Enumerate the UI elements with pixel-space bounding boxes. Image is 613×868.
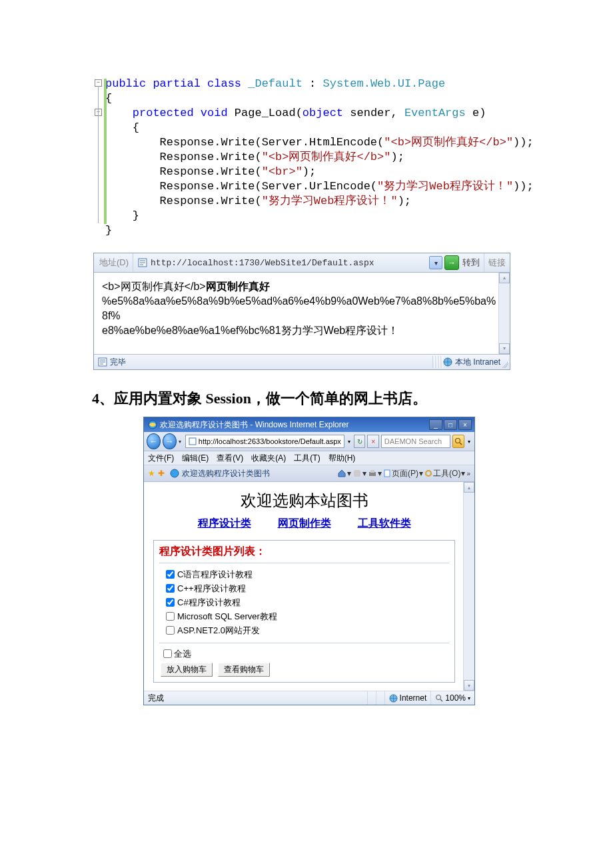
book-checkbox[interactable]: [166, 584, 175, 593]
code-line: }: [105, 223, 613, 238]
category-link-software[interactable]: 工具软件类: [358, 517, 411, 529]
code-outline-gutter: − −: [95, 77, 105, 238]
menu-view[interactable]: 查看(V): [213, 453, 247, 464]
book-checkbox[interactable]: [166, 612, 175, 621]
more-chevron[interactable]: »: [466, 470, 470, 477]
ie-icon: [148, 420, 157, 429]
print-button[interactable]: ▾: [368, 469, 382, 478]
scroll-down[interactable]: ▾: [464, 680, 474, 691]
category-link-webdesign[interactable]: 网页制作类: [278, 517, 331, 529]
category-nav: 程序设计类 网页制作类 工具软件类: [152, 517, 456, 531]
svg-point-14: [436, 695, 441, 700]
book-checkbox[interactable]: [166, 570, 175, 579]
url-field[interactable]: http://localhost:2633/bookstore/Default.…: [185, 435, 344, 448]
svg-rect-11: [384, 470, 390, 477]
ie6-browser-window: 地址(D) http://localhost:1730/WebSite1/Def…: [93, 253, 510, 370]
resize-grip[interactable]: [502, 361, 508, 368]
scrollbar[interactable]: ▴ ▾: [498, 273, 510, 354]
menu-favorites[interactable]: 收藏夹(A): [247, 453, 290, 464]
zone-label: 本地 Intranet: [455, 357, 500, 368]
back-button[interactable]: ←: [147, 433, 161, 449]
scroll-up[interactable]: ▴: [499, 273, 510, 283]
view-cart-button[interactable]: 查看购物车: [218, 663, 270, 677]
ie-page-icon: [170, 469, 179, 478]
select-all-row[interactable]: 全选: [159, 647, 449, 660]
svg-line-6: [460, 443, 462, 445]
svg-rect-8: [354, 470, 360, 477]
book-item[interactable]: C++程序设计教程: [163, 581, 449, 595]
svg-point-12: [426, 471, 431, 476]
forward-button[interactable]: →: [163, 433, 177, 449]
question-4-heading: 4、应用内置对象 Session，做一个简单的网上书店。: [92, 389, 613, 409]
scrollbar[interactable]: ▴ ▾: [463, 482, 474, 691]
code-line: Response.Write("<br>");: [105, 165, 613, 179]
stop-button[interactable]: ×: [367, 435, 378, 448]
book-checkbox[interactable]: [166, 626, 175, 635]
home-button[interactable]: ▾: [337, 469, 351, 478]
book-item[interactable]: Microsoft SQL Server教程: [163, 609, 449, 623]
panel-title: 程序设计类图片列表：: [159, 545, 449, 559]
add-favorite-icon[interactable]: ✚: [158, 469, 165, 478]
browser-tab[interactable]: 欢迎选购程序设计类图书: [170, 468, 337, 479]
scroll-down[interactable]: ▾: [499, 343, 510, 354]
page-menu[interactable]: 页面(P) ▾: [383, 468, 423, 479]
search-dropdown[interactable]: ▾: [466, 439, 472, 445]
ie6-status-bar: 完毕 本地 Intranet: [94, 355, 510, 369]
favorites-center-icon[interactable]: ★: [148, 469, 155, 478]
book-item[interactable]: C#程序设计教程: [163, 595, 449, 609]
output-urlencoded: e8%ae%be%e8%ae%a1%ef%bc%81努力学习Web程序设计！: [102, 325, 398, 336]
status-text: 完毕: [110, 357, 126, 368]
go-label: 转到: [461, 253, 484, 272]
ie7-status-bar: 完成 Internet 100% ▾: [144, 691, 474, 705]
menu-edit[interactable]: 编辑(E): [178, 453, 213, 464]
ie-page-icon: [137, 257, 148, 268]
window-title: 欢迎选购程序设计类图书 - Windows Internet Explorer: [160, 419, 428, 431]
links-label[interactable]: 链接: [484, 253, 510, 272]
output-escaped-html: <b>网页制作真好</b>: [102, 281, 206, 292]
url-dropdown[interactable]: ▾: [429, 256, 442, 269]
add-to-cart-button[interactable]: 放入购物车: [161, 663, 213, 677]
book-item[interactable]: ASP.NET2.0网站开发: [163, 623, 449, 637]
ie-page-icon: [98, 357, 107, 367]
menu-help[interactable]: 帮助(H): [324, 453, 360, 464]
minimize-button[interactable]: _: [429, 419, 442, 430]
url-dropdown[interactable]: ▾: [346, 439, 352, 445]
book-item[interactable]: C语言程序设计教程: [163, 567, 449, 581]
svg-point-5: [456, 439, 460, 443]
feeds-button[interactable]: ▾: [352, 469, 366, 478]
ie-page-icon: [189, 437, 197, 445]
code-line: Response.Write(Server.UrlEncode("努力学习Web…: [105, 179, 613, 194]
svg-line-15: [440, 699, 442, 701]
svg-point-7: [171, 469, 179, 477]
menu-file[interactable]: 文件(F): [144, 453, 178, 464]
zoom-icon: [435, 694, 443, 702]
page-content: 欢迎选购本站图书 程序设计类 网页制作类 工具软件类 程序设计类图片列表： C语…: [144, 482, 463, 691]
nav-history-dropdown[interactable]: ▾: [179, 439, 181, 445]
ie7-browser-window: 欢迎选购程序设计类图书 - Windows Internet Explorer …: [143, 417, 475, 705]
url-display[interactable]: http://localhost:1730/WebSite1/Default.a…: [151, 258, 429, 268]
go-button[interactable]: →: [444, 255, 459, 270]
select-all-checkbox[interactable]: [163, 649, 172, 658]
code-block: − − public partial class _Default : Syst…: [95, 77, 613, 238]
change-marker: [104, 79, 107, 224]
search-button[interactable]: [452, 435, 464, 448]
maximize-button[interactable]: □: [444, 419, 457, 430]
menu-tools[interactable]: 工具(T): [290, 453, 324, 464]
tools-menu[interactable]: 工具(O) ▾: [424, 468, 465, 479]
book-checkbox[interactable]: [166, 598, 175, 607]
status-text: 完成: [144, 693, 367, 704]
intranet-icon: [443, 357, 452, 367]
close-button[interactable]: ×: [458, 419, 472, 430]
zoom-panel[interactable]: 100% ▾: [430, 691, 474, 705]
svg-rect-10: [370, 470, 374, 473]
book-list: C语言程序设计教程 C++程序设计教程 C#程序设计教程 Microsoft S…: [159, 563, 449, 643]
internet-zone-icon: [389, 694, 398, 703]
title-bar: 欢迎选购程序设计类图书 - Windows Internet Explorer …: [144, 417, 474, 432]
refresh-button[interactable]: ↻: [354, 435, 365, 448]
scroll-up[interactable]: ▴: [464, 482, 474, 493]
category-link-programming[interactable]: 程序设计类: [198, 517, 251, 529]
search-box[interactable]: DAEMON Search: [381, 435, 451, 448]
code-line: Response.Write("努力学习Web程序设计！");: [105, 194, 613, 209]
svg-rect-4: [189, 438, 196, 445]
ie6-page-content: ▴ ▾ <b>网页制作真好</b>网页制作真好 %e5%8a%aa%e5%8a%…: [94, 273, 510, 355]
